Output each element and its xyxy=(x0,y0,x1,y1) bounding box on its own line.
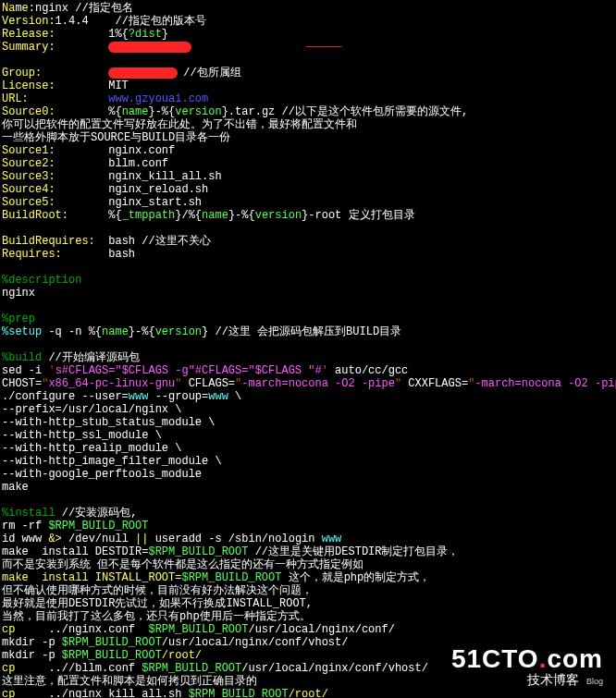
source2-label: Source2: xyxy=(2,157,55,170)
spec-file-content: Name:nginx //指定包名 Version:1.4.4 //指定包的版本… xyxy=(0,0,616,698)
source-note: 你可以把软件的配置文件写好放在此处。为了不出错，最好将配置文件和 xyxy=(2,118,357,131)
buildroot-comment: 定义打包目录 xyxy=(341,209,414,222)
make-cmd: make xyxy=(2,481,29,494)
cp-cmd: cp xyxy=(2,662,15,675)
source5-label: Source5: xyxy=(2,196,55,209)
buildrequires-comment: //这里不关心 xyxy=(135,235,211,248)
cp-cmd: cp xyxy=(2,688,15,698)
description-body: nginx xyxy=(2,287,35,300)
mkdir-cmd: mkdir -p xyxy=(2,649,62,662)
build-header: %build xyxy=(2,351,42,364)
install-note: 但不确认使用哪种方式的时候，目前没有好办法解决这个问题， xyxy=(2,584,313,597)
group-comment: //包所属组 xyxy=(183,67,240,80)
source-note: 一些格外脚本放于SOURCE与BUILD目录各一份 xyxy=(2,131,230,144)
buildrequires-label: BuildRequires: xyxy=(2,235,95,248)
source0-label: Source0: xyxy=(2,105,55,118)
install-note: //这里是关键用DESTDIR制定打包目录， xyxy=(248,545,459,558)
setup-macro: %setup xyxy=(2,325,42,338)
configure-opt: --with-http_image_filter_module \ xyxy=(2,455,222,468)
prep-header: %prep xyxy=(2,312,35,325)
url-value: www.gzyouai.com xyxy=(108,92,208,105)
install-note: 当然，目前我打了这么多包，还只有php使用后一种指定方式。 xyxy=(2,610,311,623)
license-label: License: xyxy=(2,80,55,92)
buildroot-label: BuildRoot: xyxy=(2,209,68,222)
source3-label: Source3: xyxy=(2,170,55,183)
group-label: Group: xyxy=(2,67,42,80)
requires-label: Requires: xyxy=(2,248,62,261)
watermark: 51CTO.com 技术博客Blog xyxy=(451,644,603,689)
source0-comment: //以下是这个软件包所需要的源文件, xyxy=(281,105,468,118)
url-label: URL: xyxy=(2,92,29,105)
install-note: 这个，就是php的制定方式， xyxy=(281,571,430,584)
install-note: 而不是安装到系统 但不是每个软件都是这么指定的还有一种方式指定例如 xyxy=(2,558,363,571)
configure-opt: --with-google_perftools_module xyxy=(2,468,202,481)
summary-label: Summary: xyxy=(2,41,55,54)
configure-opt: --with-http_realip_module \ xyxy=(2,442,181,455)
build-comment: //开始编译源码包 xyxy=(42,351,140,364)
source4-label: Source4: xyxy=(2,183,55,196)
configure-opt: --with-http_ssl_module \ xyxy=(2,429,162,442)
mkdir-cmd: mkdir -p xyxy=(2,636,62,649)
configure-opt: --with-http_stub_status_module \ xyxy=(2,416,215,429)
redacted-bar-icon xyxy=(108,67,178,79)
configure-opt: --prefix=/usr/local/nginx \ xyxy=(2,403,181,416)
setup-comment: //这里 会把源码包解压到BUILD目录 xyxy=(208,325,401,338)
install-comment: //安装源码包, xyxy=(55,507,138,520)
release-label: Release: xyxy=(2,28,55,41)
rpm-root-var: $RPM_BUILD_ROOT xyxy=(48,520,148,533)
sed-expr: s#CFLAGS="$CFLAGS -g"#CFLAGS="$CFLAGS "# xyxy=(55,364,322,377)
name-comment: //指定包名 xyxy=(75,2,132,15)
install-note: 这里注意，配置文件和脚本是如何拷贝到正确目录的 xyxy=(2,675,257,688)
version-comment: //指定包的版本号 xyxy=(115,15,205,28)
description-header: %description xyxy=(2,274,81,287)
version-label: Version: xyxy=(2,15,55,28)
install-note: 最好就是使用DESTDIR先试过，如果不行换成INSTALL_ROOT, xyxy=(2,597,313,610)
cp-cmd: cp xyxy=(2,623,15,636)
source1-label: Source1: xyxy=(2,144,55,157)
install-header: %install xyxy=(2,507,55,520)
redacted-bar-icon: ─────── xyxy=(108,42,191,53)
name-label: Na xyxy=(2,2,15,15)
